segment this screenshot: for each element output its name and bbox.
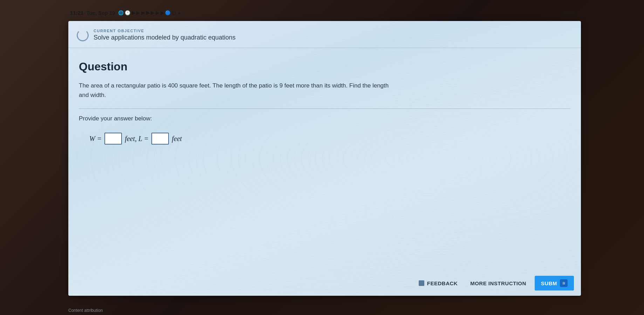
objective-text-block: CURRENT OBJECTIVE Solve applications mod… [94, 29, 235, 41]
question-body: The area of a rectangular patio is 400 s… [79, 81, 394, 100]
w-unit: feet, L = [125, 135, 149, 143]
question-section: Question The area of a rectangular patio… [68, 48, 581, 166]
status-bar: 11:21 Tue, Sep 19 🌐 🕐 ▶ ▶ ▶ ▶ ▶ ▶ ▶ 🔵 ◻ … [70, 6, 574, 19]
status-time: 11:21 [70, 10, 83, 16]
objective-title: Solve applications modeled by quadratic … [94, 34, 235, 41]
submit-label: SUBM [541, 280, 557, 286]
objective-header: CURRENT OBJECTIVE Solve applications mod… [68, 21, 581, 48]
more-instruction-label: MORE INSTRUCTION [470, 280, 526, 286]
submit-chat-icon: ≡ [560, 279, 568, 287]
section-divider [79, 108, 570, 109]
l-input[interactable] [151, 133, 169, 145]
card-content: CURRENT OBJECTIVE Solve applications mod… [68, 21, 581, 166]
objective-progress-circle [77, 29, 89, 41]
status-battery-area: 51% [565, 10, 574, 15]
l-unit: feet [172, 135, 182, 143]
question-heading: Question [79, 60, 570, 73]
battery-level: 51% [565, 10, 574, 15]
content-card: CURRENT OBJECTIVE Solve applications mod… [68, 21, 581, 296]
status-icons: 🌐 🕐 ▶ ▶ ▶ ▶ ▶ ▶ ▶ 🔵 ◻ ▲ [118, 10, 182, 15]
status-time-date: 11:21 Tue, Sep 19 🌐 🕐 ▶ ▶ ▶ ▶ ▶ ▶ ▶ 🔵 ◻ … [70, 10, 181, 16]
answer-prompt: Provide your answer below: [79, 115, 570, 122]
answer-inputs-row: W = feet, L = feet [79, 133, 570, 145]
more-instruction-button[interactable]: MORE INSTRUCTION [466, 278, 530, 289]
w-label: W = [89, 135, 102, 143]
w-input[interactable] [104, 133, 122, 145]
content-attribution: Content attribution [68, 308, 103, 315]
objective-label: CURRENT OBJECTIVE [94, 29, 235, 33]
status-date: Tue, Sep 19 [86, 10, 115, 16]
feedback-icon [419, 280, 424, 286]
submit-button[interactable]: SUBM ≡ [535, 276, 574, 290]
feedback-label: FEEDBACK [427, 280, 458, 286]
feedback-button[interactable]: FEEDBACK [415, 278, 462, 289]
action-bar: FEEDBACK MORE INSTRUCTION SUBM ≡ [68, 271, 581, 296]
